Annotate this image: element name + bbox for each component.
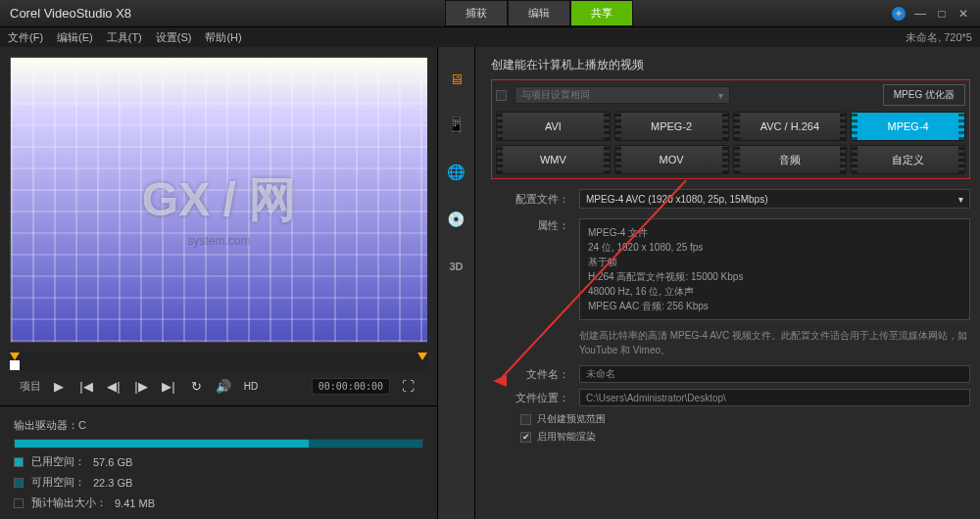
format-grid: AVI MPEG-2 AVC / H.264 MPEG-4 WMV MOV 音频… <box>496 112 965 174</box>
playback-bar: 项目 ▶ |◀ ◀| |▶ ▶| ↻ 🔊 HD 00:00:00:00 ⛶ <box>0 370 437 401</box>
guide-icon[interactable]: ✦ <box>892 7 906 21</box>
same-as-project-checkbox[interactable] <box>496 90 507 101</box>
menu-tools[interactable]: 工具(T) <box>107 30 142 45</box>
mark-out-icon[interactable] <box>417 353 427 360</box>
format-mpeg2[interactable]: MPEG-2 <box>614 112 729 141</box>
3d-icon[interactable]: 3D <box>445 255 468 278</box>
scrubber-handle[interactable] <box>10 360 20 370</box>
profile-label: 配置文件： <box>491 192 569 207</box>
est-label: 预计输出大小： <box>31 495 107 510</box>
profile-hint: 创建高比特率的高清 MPEG-4 AVC 视频文件。此配置文件适合用于上传至流媒… <box>579 328 970 357</box>
project-name: 未命名, 720*5 <box>906 30 972 45</box>
timecode-field[interactable]: 00:00:00:00 <box>312 378 390 395</box>
free-value: 22.3 GB <box>93 477 132 489</box>
left-pane: GX / 网 system.com 项目 ▶ |◀ ◀| |▶ ▶| ↻ 🔊 H… <box>0 47 438 519</box>
free-swatch <box>14 478 24 488</box>
computer-icon[interactable]: 🖥 <box>445 67 468 90</box>
est-swatch <box>14 498 24 508</box>
format-avi[interactable]: AVI <box>496 112 611 141</box>
menu-file[interactable]: 文件(F) <box>8 30 43 45</box>
menubar: 文件(F) 编辑(E) 工具(T) 设置(S) 帮助(H) 未命名, 720*5 <box>0 27 980 47</box>
mark-in-icon[interactable] <box>10 353 20 360</box>
prop-line-3: H.264 高配置文件视频: 15000 Kbps <box>588 269 961 284</box>
section-title: 创建能在计算机上播放的视频 <box>491 57 970 73</box>
timeline-ruler[interactable] <box>10 353 427 370</box>
disk-usage-bar <box>14 439 423 448</box>
chevron-down-icon: ▾ <box>718 90 723 101</box>
tab-share[interactable]: 共享 <box>570 0 633 26</box>
hd-toggle[interactable]: HD <box>241 376 261 396</box>
prop-line-5: MPEG AAC 音频: 256 Kbps <box>588 299 961 313</box>
format-audio[interactable]: 音频 <box>733 145 848 174</box>
profile-select[interactable]: MPEG-4 AVC (1920 x1080, 25p, 15Mbps) ▾ <box>579 189 970 209</box>
preview-viewport[interactable]: GX / 网 system.com <box>11 58 427 342</box>
web-icon[interactable]: 🌐 <box>445 161 468 184</box>
menu-help[interactable]: 帮助(H) <box>205 30 241 45</box>
target-strip: 🖥 📱 🌐 💿 3D <box>438 47 475 519</box>
play-button[interactable]: ▶ <box>49 376 69 396</box>
preview-area: GX / 网 system.com <box>10 57 427 343</box>
only-preview-label: 只创建预览范围 <box>537 412 606 426</box>
format-mov[interactable]: MOV <box>614 145 729 174</box>
same-as-project-select[interactable]: 与项目设置相同 ▾ <box>514 86 730 104</box>
prop-line-0: MPEG-4 文件 <box>588 225 961 240</box>
format-custom[interactable]: 自定义 <box>851 145 965 174</box>
next-frame-button[interactable]: |▶ <box>131 376 151 396</box>
titlebar: Corel VideoStudio X8 捕获 编辑 共享 ✦ — □ ✕ <box>0 0 980 27</box>
close-icon[interactable]: ✕ <box>956 7 970 21</box>
watermark-sub: system.com <box>187 234 250 248</box>
same-as-project-label: 与项目设置相同 <box>521 88 590 102</box>
maximize-icon[interactable]: □ <box>935 7 949 21</box>
window-controls: ✦ — □ ✕ <box>892 7 970 21</box>
fileloc-label: 文件位置： <box>491 391 569 405</box>
disk-usage-fill <box>15 440 309 448</box>
app-title: Corel VideoStudio X8 <box>10 6 131 21</box>
volume-button[interactable]: 🔊 <box>214 376 233 396</box>
menu-edit[interactable]: 编辑(E) <box>57 30 93 45</box>
filename-label: 文件名： <box>491 367 569 382</box>
smart-render-checkbox[interactable]: ✔ <box>520 432 531 443</box>
mode-tabs: 捕获 编辑 共享 <box>445 0 633 26</box>
right-pane: 创建能在计算机上播放的视频 与项目设置相同 ▾ MPEG 优化器 AVI MPE… <box>475 47 980 519</box>
prop-line-2: 基于帧 <box>588 255 961 269</box>
chevron-down-icon: ▾ <box>958 194 963 205</box>
props-label: 属性： <box>491 218 569 233</box>
drive-info: 输出驱动器：C 已用空间：57.6 GB 可用空间：22.3 GB 预计输出大小… <box>0 410 437 518</box>
format-avc[interactable]: AVC / H.264 <box>733 112 848 141</box>
free-label: 可用空间： <box>31 475 85 490</box>
disc-icon[interactable]: 💿 <box>445 208 468 231</box>
tab-edit[interactable]: 编辑 <box>508 0 570 26</box>
prev-frame-button[interactable]: ◀| <box>104 376 123 396</box>
used-label: 已用空间： <box>31 454 85 469</box>
device-icon[interactable]: 📱 <box>445 114 468 137</box>
format-wmv[interactable]: WMV <box>496 145 611 174</box>
playback-mode-label[interactable]: 项目 <box>20 379 41 394</box>
est-value: 9.41 MB <box>115 497 155 509</box>
prop-line-1: 24 位, 1920 x 1080, 25 fps <box>588 240 961 255</box>
used-value: 57.6 GB <box>93 456 132 468</box>
divider <box>0 405 437 406</box>
mpeg-optimizer-button[interactable]: MPEG 优化器 <box>883 84 965 106</box>
props-box: MPEG-4 文件 24 位, 1920 x 1080, 25 fps 基于帧 … <box>579 218 970 320</box>
minimize-icon[interactable]: — <box>913 7 927 21</box>
profile-value: MPEG-4 AVC (1920 x1080, 25p, 15Mbps) <box>586 194 767 205</box>
only-preview-checkbox[interactable] <box>520 414 531 425</box>
format-mpeg4[interactable]: MPEG-4 <box>851 112 965 141</box>
loop-button[interactable]: ↻ <box>186 376 206 396</box>
go-start-button[interactable]: |◀ <box>76 376 96 396</box>
tab-capture[interactable]: 捕获 <box>445 0 508 26</box>
menu-settings[interactable]: 设置(S) <box>156 30 192 45</box>
fileloc-input[interactable] <box>579 389 970 406</box>
output-drive-label: 输出驱动器：C <box>14 418 423 433</box>
prop-line-4: 48000 Hz, 16 位, 立体声 <box>588 284 961 299</box>
fullscreen-button[interactable]: ⛶ <box>398 376 417 396</box>
smart-render-label: 启用智能渲染 <box>537 430 596 444</box>
format-highlight-box: 与项目设置相同 ▾ MPEG 优化器 AVI MPEG-2 AVC / H.26… <box>491 79 970 179</box>
filename-input[interactable] <box>579 365 970 383</box>
watermark: GX / 网 <box>142 168 296 231</box>
go-end-button[interactable]: ▶| <box>159 376 178 396</box>
used-swatch <box>14 457 24 467</box>
